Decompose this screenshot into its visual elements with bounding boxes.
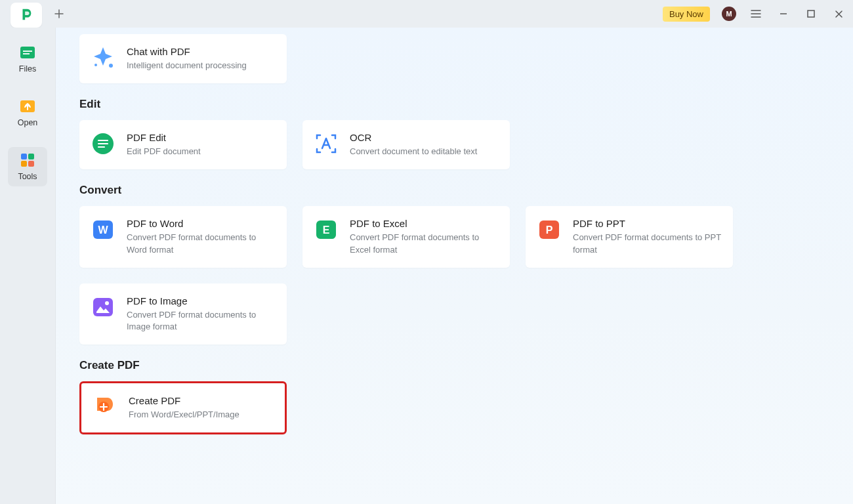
sidebar-item-label: Open <box>18 118 38 127</box>
user-avatar[interactable]: M <box>722 7 736 21</box>
card-desc: Convert PDF format documents to PPT form… <box>573 232 721 255</box>
chat-pdf-icon <box>91 46 115 70</box>
card-text: Create PDF From Word/Execl/PPT/Image <box>129 395 239 421</box>
section-heading-convert: Convert <box>79 184 829 197</box>
app-logo-icon <box>19 7 33 24</box>
files-icon <box>18 45 37 60</box>
card-desc: Convert PDF format documents to Image fo… <box>127 309 275 333</box>
sidebar-item-files[interactable]: Files <box>8 39 47 79</box>
card-text: Chat with PDF Intelligent document proce… <box>127 46 247 72</box>
pdf-word-icon: W <box>91 218 115 242</box>
open-icon <box>18 98 37 114</box>
card-desc: Convert document to editable text <box>350 146 477 158</box>
svg-text:P: P <box>546 224 553 236</box>
card-title: PDF Edit <box>127 132 201 143</box>
card-pdf-to-ppt[interactable]: P PDF to PPT Convert PDF format document… <box>526 206 733 267</box>
card-title: Create PDF <box>129 395 239 406</box>
card-pdf-to-image[interactable]: PDF to Image Convert PDF format document… <box>79 284 287 345</box>
card-pdf-edit[interactable]: PDF Edit Edit PDF document <box>79 120 287 169</box>
shell: Files Open Tools <box>0 28 853 504</box>
svg-rect-8 <box>28 161 34 167</box>
sidebar-item-tools[interactable]: Tools <box>8 147 47 186</box>
titlebar-right: Buy Now M <box>663 6 846 22</box>
card-desc: Intelligent document processing <box>127 60 247 72</box>
card-title: OCR <box>350 132 477 143</box>
card-chat-with-pdf[interactable]: Chat with PDF Intelligent document proce… <box>79 34 287 83</box>
menu-icon[interactable] <box>748 6 764 22</box>
content-area: Chat with PDF Intelligent document proce… <box>55 28 853 504</box>
edit-section-row: PDF Edit Edit PDF document OCR Convert d… <box>79 120 829 169</box>
svg-rect-5 <box>21 154 27 159</box>
card-desc: Convert PDF format documents to Excel fo… <box>350 232 498 255</box>
card-pdf-to-excel[interactable]: E PDF to Excel Convert PDF format docume… <box>302 206 510 267</box>
section-heading-create: Create PDF <box>79 359 829 372</box>
sidebar: Files Open Tools <box>0 28 55 504</box>
create-pdf-icon <box>93 395 117 419</box>
card-text: PDF Edit Edit PDF document <box>127 132 201 158</box>
ocr-icon <box>314 132 338 156</box>
new-tab-button[interactable] <box>46 1 72 26</box>
titlebar: Buy Now M <box>0 0 853 28</box>
pdf-ppt-icon: P <box>537 218 561 242</box>
card-ocr[interactable]: OCR Convert document to editable text <box>302 120 510 169</box>
card-desc: Edit PDF document <box>127 146 201 158</box>
maximize-button[interactable] <box>803 6 819 22</box>
svg-rect-2 <box>23 51 32 52</box>
card-text: PDF to PPT Convert PDF format documents … <box>573 218 721 255</box>
titlebar-left <box>0 0 72 28</box>
svg-rect-7 <box>21 161 27 167</box>
svg-rect-18 <box>93 298 113 316</box>
svg-point-9 <box>109 64 113 68</box>
card-title: PDF to PPT <box>573 218 721 229</box>
section-heading-edit: Edit <box>79 98 829 111</box>
card-pdf-to-word[interactable]: W PDF to Word Convert PDF format documen… <box>79 206 287 267</box>
minimize-button[interactable] <box>776 6 791 22</box>
pdf-excel-icon: E <box>314 218 338 242</box>
pdf-edit-icon <box>91 132 115 156</box>
svg-rect-0 <box>808 10 814 17</box>
sidebar-item-open[interactable]: Open <box>8 93 47 133</box>
svg-rect-3 <box>23 53 30 54</box>
ai-section-row: Chat with PDF Intelligent document proce… <box>79 34 829 83</box>
card-title: PDF to Word <box>127 218 275 229</box>
card-desc: Convert PDF format documents to Word for… <box>127 232 275 255</box>
sidebar-item-label: Tools <box>18 172 37 181</box>
close-button[interactable] <box>831 6 846 22</box>
sidebar-item-label: Files <box>19 64 36 74</box>
buy-now-button[interactable]: Buy Now <box>663 7 710 22</box>
avatar-letter: M <box>726 10 732 18</box>
svg-text:E: E <box>323 224 330 236</box>
svg-point-19 <box>105 301 109 305</box>
convert-section-row: W PDF to Word Convert PDF format documen… <box>79 206 829 345</box>
card-text: PDF to Word Convert PDF format documents… <box>127 218 275 255</box>
svg-text:W: W <box>98 224 108 236</box>
pdf-image-icon <box>91 295 115 319</box>
card-text: PDF to Image Convert PDF format document… <box>127 295 275 333</box>
card-desc: From Word/Execl/PPT/Image <box>129 409 239 421</box>
create-section-row: Create PDF From Word/Execl/PPT/Image <box>79 381 829 434</box>
card-text: OCR Convert document to editable text <box>350 132 477 158</box>
card-title: PDF to Image <box>127 295 275 306</box>
app-tab[interactable] <box>10 3 42 28</box>
tools-icon <box>18 152 37 168</box>
card-create-pdf[interactable]: Create PDF From Word/Execl/PPT/Image <box>79 381 287 434</box>
svg-point-10 <box>94 64 97 66</box>
svg-rect-6 <box>28 154 34 159</box>
svg-rect-1 <box>20 47 35 58</box>
card-text: PDF to Excel Convert PDF format document… <box>350 218 498 255</box>
card-title: Chat with PDF <box>127 46 247 57</box>
card-title: PDF to Excel <box>350 218 498 229</box>
